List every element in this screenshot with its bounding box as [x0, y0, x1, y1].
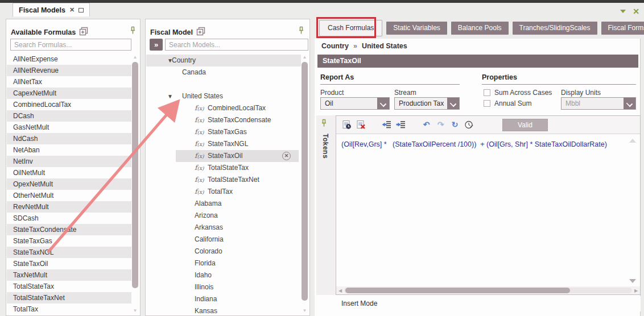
tree-item-florida[interactable]: Florida [146, 257, 301, 269]
list-item-totaltax[interactable]: TotalTax [7, 303, 131, 315]
scrollbar-thumb[interactable] [132, 62, 138, 288]
scroll-down-icon[interactable] [629, 279, 636, 283]
validate-formula-button[interactable] [341, 119, 352, 130]
tab-tranches-slidingscales[interactable]: Tranches/SlidingScales [513, 22, 597, 35]
evaluate-clock-button[interactable] [464, 119, 474, 130]
tree-item-statetaxngl[interactable]: f(x)StateTaxNGL [146, 138, 301, 150]
scroll-up-icon[interactable] [629, 139, 636, 143]
tree-item-indiana[interactable]: Indiana [146, 293, 301, 305]
list-item-oilnetmult[interactable]: OilNetMult [7, 167, 131, 178]
scroll-down-icon[interactable]: ▼ [303, 308, 307, 314]
tree-item-statetaxoil[interactable]: f(x)StateTaxOil✕ [146, 150, 301, 162]
product-dropdown[interactable]: Oil [320, 97, 390, 110]
valid-button[interactable]: Valid [502, 119, 548, 131]
sum-across-cases-checkbox[interactable] [484, 89, 490, 96]
list-item-combinedlocaltax[interactable]: CombinedLocalTax [7, 99, 131, 110]
search-formulas-input[interactable] [10, 39, 131, 51]
scroll-up-icon[interactable]: ▲ [303, 55, 307, 60]
tree-item-california[interactable]: California [146, 234, 301, 246]
tree-collapse-caret-icon[interactable]: ▼ [167, 90, 173, 102]
list-item-dcash[interactable]: DCash [7, 110, 131, 122]
remove-formula-icon[interactable]: ✕ [282, 152, 291, 160]
list-item-allnetexpense[interactable]: AllNetExpense [7, 53, 131, 65]
tree-item-arizona[interactable]: Arizona [146, 210, 301, 222]
scrollbar-thumb[interactable] [345, 288, 570, 293]
breadcrumb-united-states[interactable]: United States [362, 42, 407, 50]
indent-button[interactable] [395, 119, 406, 130]
list-item-ndcash[interactable]: NdCash [7, 133, 131, 144]
tab-close-icon[interactable]: ✕ [69, 6, 75, 14]
tree-item-label: Country [172, 55, 196, 66]
search-models-input[interactable] [165, 39, 308, 51]
list-item-othernetmult[interactable]: OtherNetMult [7, 190, 131, 201]
list-item-statetaxngl[interactable]: StateTaxNGL [7, 247, 131, 258]
window-menu-caret-icon[interactable] [620, 10, 626, 13]
list-item-taxnetmult[interactable]: TaxNetMult [7, 269, 131, 281]
tree-item-alabama[interactable]: Alabama [146, 198, 301, 210]
list-item-statetaxcondensate[interactable]: StateTaxCondensate [7, 224, 131, 235]
tab-fiscal-models[interactable]: Fiscal Models ✕ [13, 3, 90, 16]
tree-item-totaltax[interactable]: f(x)TotalTax [146, 186, 301, 198]
tree-item-statetaxgas[interactable]: f(x)StateTaxGas [146, 126, 301, 138]
list-item-opexnetmult[interactable]: OpexNetMult [7, 178, 131, 190]
scroll-left-icon[interactable]: ◀ [336, 288, 344, 293]
annual-sum-checkbox[interactable] [484, 100, 490, 107]
undo-button[interactable]: ↶ [421, 119, 432, 130]
display-units-dropdown[interactable]: Mbbl [561, 97, 636, 110]
tree-item-totalstatetaxnet[interactable]: f(x)TotalStateTaxNet [146, 174, 301, 186]
outdent-button[interactable] [381, 119, 392, 130]
tree-item-totalstatetax[interactable]: f(x)TotalStateTax [146, 162, 301, 174]
tree-item-statetaxcondensate[interactable]: f(x)StateTaxCondensate [146, 114, 301, 126]
redo-button[interactable]: ↷ [435, 119, 446, 130]
formula-horizontal-scrollbar[interactable]: ◀ ▶ [336, 286, 640, 294]
tab-float-icon[interactable] [79, 8, 84, 13]
list-item-revnetmult[interactable]: RevNetMult [7, 201, 131, 213]
tree-item-kansas[interactable]: Kansas [146, 305, 301, 316]
add-formula-icon[interactable] [79, 27, 89, 38]
tree-item-combinedlocaltax[interactable]: f(x)CombinedLocalTax [146, 102, 301, 114]
chevron-down-icon[interactable] [377, 98, 389, 109]
clear-formula-button[interactable] [356, 119, 366, 130]
tree-item-united-states[interactable]: ▼United States [146, 90, 301, 102]
scroll-down-icon[interactable]: ▼ [133, 308, 138, 314]
refresh-button[interactable]: ↻ [449, 119, 460, 130]
list-item-statetaxgas[interactable]: StateTaxGas [7, 235, 131, 247]
tokens-tab[interactable]: Tokens [321, 134, 329, 159]
pin-panel-icon[interactable] [130, 26, 136, 36]
list-item-capexnetmult[interactable]: CapexNetMult [7, 88, 131, 99]
tree-scrollbar[interactable]: ▲ ▼ [301, 55, 308, 314]
scroll-right-icon[interactable]: ▶ [632, 288, 640, 293]
chevron-down-icon[interactable] [624, 98, 635, 109]
list-item-totalstatetax[interactable]: TotalStateTax [7, 281, 131, 292]
tree-item-country[interactable]: ▼Country [146, 55, 301, 66]
list-item-statetaxoil[interactable]: StateTaxOil [7, 258, 131, 269]
add-model-icon[interactable] [196, 27, 206, 38]
formula-expression[interactable]: (Oil[Rev,Grs] * (StateTaxOilPercent /100… [341, 140, 607, 148]
tab-balance-pools[interactable]: Balance Pools [451, 22, 509, 35]
stream-dropdown[interactable]: Production Tax [394, 97, 460, 110]
list-item-netinv[interactable]: NetInv [7, 156, 131, 167]
pin-panel-icon[interactable] [298, 26, 304, 36]
formula-text-area[interactable]: (Oil[Rev,Grs] * (StateTaxOilPercent /100… [336, 134, 640, 286]
expand-panel-button[interactable]: » [150, 39, 163, 51]
list-item-allnettax[interactable]: AllNetTax [7, 76, 131, 88]
tree-item-idaho[interactable]: Idaho [146, 269, 301, 281]
list-item-netaban[interactable]: NetAban [7, 144, 131, 156]
chevron-down-icon[interactable] [447, 98, 459, 109]
left-list-scrollbar[interactable]: ▲ ▼ [131, 55, 139, 314]
scrollbar-thumb[interactable] [302, 62, 308, 301]
list-item-totalstatetaxnet[interactable]: TotalStateTaxNet [7, 292, 131, 303]
tab-static-variables[interactable]: Static Variables [386, 22, 447, 35]
window-close-icon[interactable]: ✕ [633, 8, 639, 15]
list-item-gasnetmult[interactable]: GasNetMult [7, 122, 131, 133]
tree-item-canada[interactable]: Canada [146, 66, 301, 78]
scroll-up-icon[interactable]: ▲ [133, 55, 138, 60]
tab-fiscal-forms[interactable]: Fiscal Forms [601, 22, 644, 35]
list-item-sdcash[interactable]: SDCash [7, 213, 131, 224]
tree-item-colorado[interactable]: Colorado [146, 246, 301, 257]
pin-tokens-icon[interactable] [321, 119, 327, 129]
list-item-allnetrevenue[interactable]: AllNetRevenue [7, 65, 131, 76]
tree-item-illinois[interactable]: Illinois [146, 281, 301, 293]
tree-item-arkansas[interactable]: Arkansas [146, 222, 301, 234]
breadcrumb-country[interactable]: Country [321, 42, 349, 50]
